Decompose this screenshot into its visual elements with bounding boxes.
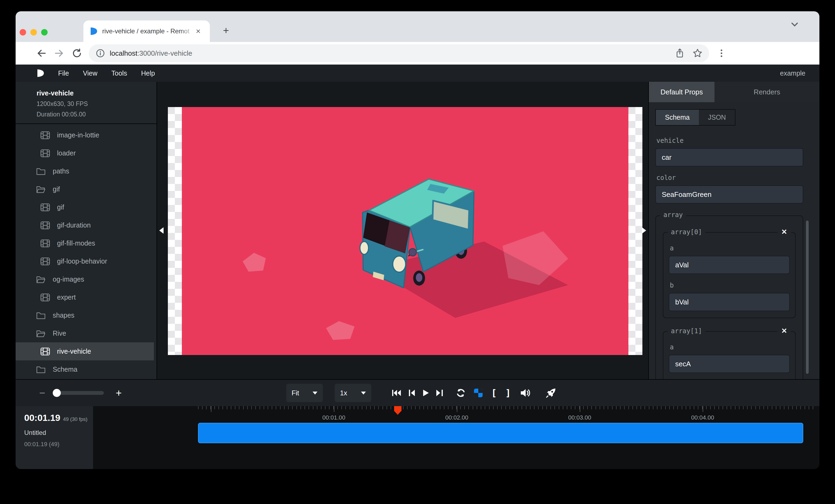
sidebar-item-image-in-lottie[interactable]: image-in-lottie: [16, 126, 157, 144]
volume-icon[interactable]: [520, 388, 531, 397]
bookmark-star-icon[interactable]: [692, 48, 702, 58]
array-item-label: array[0]: [668, 228, 705, 236]
remove-item-button[interactable]: ✕: [777, 327, 791, 335]
share-icon[interactable]: [675, 48, 685, 58]
prop-label-a: a: [670, 343, 790, 351]
film-icon: [40, 293, 50, 301]
default-props-editor: Schema JSON vehiclecarcolorSeaFoamGreen …: [649, 102, 819, 379]
film-icon: [40, 221, 50, 229]
prop-input-a[interactable]: aVal: [669, 256, 790, 274]
out-marker-button[interactable]: ]: [505, 387, 511, 398]
fit-dropdown[interactable]: Fit: [286, 384, 323, 402]
prop-label-b: b: [670, 281, 790, 289]
mode-schema[interactable]: Schema: [656, 110, 699, 125]
prop-input-vehicle[interactable]: car: [655, 148, 803, 167]
array-group: array array[0]✕aaValbbValarray[1]✕asecAb: [655, 215, 803, 379]
skip-to-end-icon[interactable]: [436, 389, 443, 397]
prop-input-a[interactable]: secA: [669, 355, 790, 373]
zoom-slider[interactable]: [53, 391, 104, 395]
prop-label-a: a: [670, 245, 790, 252]
sidebar-item-label: gif-loop-behavior: [57, 257, 107, 265]
zoom-in-button[interactable]: +: [116, 387, 122, 399]
remotion-favicon: [90, 27, 97, 35]
skip-to-start-icon[interactable]: [391, 389, 401, 397]
bundle-name-label: example: [780, 69, 806, 77]
play-icon[interactable]: [422, 389, 429, 397]
playhead[interactable]: [394, 406, 402, 415]
playback-rate-dropdown[interactable]: 1x: [335, 384, 371, 402]
timeline-track-area[interactable]: 00:01.0000:02.0000:03.0000:04.00: [93, 406, 819, 469]
compositions-sidebar: rive-vehicle 1200x630, 30 FPS Duration 0…: [16, 82, 157, 379]
props-scrollbar[interactable]: [806, 220, 809, 374]
window-minimize-button[interactable]: [30, 29, 37, 36]
collapse-sidebar-icon[interactable]: [159, 227, 164, 234]
tab-close-icon[interactable]: ×: [196, 27, 201, 35]
previous-frame-icon[interactable]: [408, 389, 415, 397]
prop-input-b[interactable]: bVal: [669, 293, 790, 311]
timeline-second-label: 00:04.00: [691, 414, 714, 421]
forward-icon[interactable]: [54, 48, 65, 59]
sidebar-item-gif[interactable]: gif: [16, 198, 157, 216]
tab-default-props[interactable]: Default Props: [649, 82, 714, 102]
address-bar[interactable]: localhost:3000/rive-vehicle: [89, 44, 709, 62]
sidebar-item-shapes[interactable]: shapes: [16, 306, 157, 324]
browser-toolbar: localhost:3000/rive-vehicle: [16, 42, 819, 65]
menu-file[interactable]: File: [58, 69, 69, 77]
timeline-track-bar[interactable]: [198, 423, 803, 443]
tab-renders[interactable]: Renders: [714, 82, 819, 102]
browser-tab[interactable]: rive-vehicle / example - Remot ×: [83, 20, 210, 42]
mode-json[interactable]: JSON: [699, 110, 735, 125]
sidebar-item-label: Schema: [53, 365, 78, 373]
sidebar-item-gif[interactable]: gif: [16, 180, 157, 198]
sidebar-item-gif-loop-behavior[interactable]: gif-loop-behavior: [16, 252, 157, 270]
window-close-button[interactable]: [20, 29, 26, 36]
composition-resolution: 1200x630, 30 FPS: [37, 100, 157, 108]
remove-item-button[interactable]: ✕: [777, 228, 791, 236]
desktop: rive-vehicle / example - Remot × + local…: [0, 0, 835, 504]
folder-open-icon: [36, 185, 46, 193]
current-frame-label: 49 (30 fps): [63, 416, 87, 422]
remotion-logo-icon[interactable]: [37, 69, 44, 77]
film-icon: [40, 348, 50, 356]
zoom-slider-thumb[interactable]: [53, 389, 61, 397]
new-tab-button[interactable]: +: [219, 24, 233, 38]
sidebar-item-label: og-images: [53, 275, 84, 283]
prop-input-color[interactable]: SeaFoamGreen: [655, 185, 803, 204]
timeline: 00:01.1949 (30 fps) Untitled 00:01.19 (4…: [16, 406, 819, 469]
tab-title: rive-vehicle / example - Remot: [102, 27, 195, 35]
zoom-out-button[interactable]: −: [39, 387, 45, 399]
transparency-toggle[interactable]: [474, 388, 483, 397]
browser-window: rive-vehicle / example - Remot × + local…: [16, 11, 819, 469]
sidebar-item-label: gif: [53, 185, 60, 193]
sidebar-item-rive[interactable]: Rive: [16, 324, 157, 342]
sidebar-item-og-images[interactable]: og-images: [16, 270, 157, 288]
loop-icon[interactable]: [456, 388, 466, 398]
menu-help[interactable]: Help: [141, 69, 155, 77]
sidebar-item-gif-fill-modes[interactable]: gif-fill-modes: [16, 234, 157, 252]
studio-menu-bar: File View Tools Help example: [16, 65, 819, 82]
render-rocket-icon[interactable]: [546, 388, 556, 398]
sidebar-item-label: image-in-lottie: [57, 131, 99, 139]
sidebar-item-paths[interactable]: paths: [16, 162, 157, 180]
back-icon[interactable]: [36, 48, 47, 59]
film-icon: [40, 131, 50, 139]
site-info-icon[interactable]: [96, 49, 105, 58]
prop-label-vehicle: vehicle: [656, 137, 803, 144]
array-item-group: array[1]✕asecAb: [663, 331, 796, 379]
right-panel: Default Props Renders Schema JSON vehicl…: [649, 82, 819, 379]
folder-open-icon: [36, 330, 46, 337]
menu-tools[interactable]: Tools: [111, 69, 127, 77]
collapse-props-icon[interactable]: [642, 227, 646, 234]
tab-search-chevron-icon[interactable]: [789, 19, 800, 29]
browser-menu-icon[interactable]: [717, 48, 726, 58]
composition-canvas: [168, 107, 643, 355]
in-marker-button[interactable]: [: [491, 387, 496, 398]
sidebar-item-rive-vehicle[interactable]: rive-vehicle: [16, 342, 154, 360]
sidebar-item-loader[interactable]: loader: [16, 144, 157, 162]
sidebar-item-gif-duration[interactable]: gif-duration: [16, 216, 157, 234]
sidebar-item-expert[interactable]: expert: [16, 288, 157, 306]
window-zoom-button[interactable]: [41, 29, 48, 36]
menu-view[interactable]: View: [83, 69, 97, 77]
sidebar-item-schema[interactable]: Schema: [16, 360, 157, 378]
reload-icon[interactable]: [72, 48, 82, 59]
